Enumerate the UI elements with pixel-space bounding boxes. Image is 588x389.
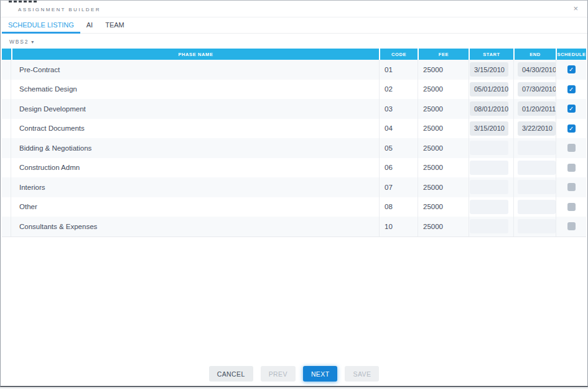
end-date-input[interactable]: [518, 141, 556, 155]
table-header: PHASE NAMECODEFEESTARTENDSCHEDULE: [2, 49, 586, 60]
table-row: Other0825000: [2, 197, 586, 217]
start-date-input[interactable]: 05/01/2010: [470, 82, 508, 96]
end-cell: 3/22/2010: [513, 119, 556, 139]
schedule-checkbox[interactable]: [567, 222, 576, 230]
start-date-input[interactable]: 3/15/2010: [470, 121, 508, 136]
start-date-input[interactable]: [470, 141, 508, 155]
schedule-cell: ✓: [556, 60, 586, 80]
start-date-input[interactable]: 08/01/2010: [470, 101, 508, 116]
next-button[interactable]: NEXT: [303, 366, 338, 382]
save-button: SAVE: [345, 366, 379, 382]
end-cell: 01/20/2011: [513, 99, 556, 119]
end-cell: [513, 138, 556, 158]
schedule-cell: ✓: [556, 119, 586, 139]
row-spacer-cell: [2, 80, 11, 100]
end-date-input[interactable]: [518, 161, 556, 175]
phase-name-cell: Construction Admn: [11, 158, 379, 178]
code-cell: 10: [379, 217, 418, 237]
assignment-builder-dialog: ASSIGNMENT BUILDER × SCHEDULE LISTINGAIT…: [0, 0, 588, 387]
schedule-cell: [556, 138, 586, 158]
column-header-code: CODE: [379, 49, 418, 60]
schedule-cell: [556, 197, 586, 217]
code-cell: 08: [379, 197, 418, 217]
end-date-input[interactable]: 04/30/2010: [518, 62, 556, 77]
schedule-checkbox[interactable]: ✓: [567, 85, 576, 93]
end-date-input[interactable]: 07/30/2010: [518, 82, 556, 96]
start-cell: 08/01/2010: [469, 99, 513, 119]
row-spacer-cell: [2, 177, 11, 197]
start-cell: 3/15/2010: [469, 119, 513, 139]
end-cell: [513, 177, 556, 197]
row-spacer-cell: [2, 197, 11, 217]
footer-button-bar: CANCELPREVNEXTSAVE: [1, 366, 587, 382]
end-date-input[interactable]: [518, 200, 556, 214]
end-cell: 04/30/2010: [513, 60, 556, 80]
phase-name-cell: Consultants & Expenses: [11, 217, 379, 237]
table-row: Contract Documents04250003/15/20103/22/2…: [2, 119, 586, 139]
row-spacer-cell: [2, 158, 11, 178]
fee-cell: 25000: [418, 158, 469, 178]
schedule-checkbox[interactable]: ✓: [567, 124, 576, 133]
start-date-input[interactable]: [470, 180, 508, 194]
column-header-schedule: SCHEDULE: [556, 49, 586, 60]
end-date-input[interactable]: [518, 219, 556, 233]
table-row: Schematic Design022500005/01/201007/30/2…: [2, 80, 586, 100]
tab-ai[interactable]: AI: [80, 17, 99, 34]
header-spacer-cell: [2, 49, 11, 60]
fee-cell: 25000: [418, 99, 469, 119]
start-date-input[interactable]: [470, 219, 508, 233]
cancel-button[interactable]: CANCEL: [209, 366, 253, 382]
wbs2-dropdown-label: WBS2: [9, 39, 29, 45]
schedule-cell: [556, 217, 586, 237]
schedule-cell: [556, 177, 586, 197]
close-icon[interactable]: ×: [573, 4, 578, 13]
code-cell: 03: [379, 99, 418, 119]
schedule-checkbox[interactable]: ✓: [567, 105, 576, 113]
start-cell: [469, 177, 513, 197]
start-cell: 3/15/2010: [469, 60, 513, 80]
row-spacer-cell: [2, 60, 11, 80]
code-cell: 05: [379, 138, 418, 158]
row-spacer-cell: [2, 217, 11, 237]
end-date-input[interactable]: 3/22/2010: [518, 121, 556, 136]
phase-name-cell: Contract Documents: [11, 119, 379, 139]
code-cell: 04: [379, 119, 418, 139]
start-cell: [469, 217, 513, 237]
row-spacer-cell: [2, 99, 11, 119]
end-cell: 07/30/2010: [513, 80, 556, 100]
start-date-input[interactable]: 3/15/2010: [470, 62, 508, 77]
code-cell: 07: [379, 177, 418, 197]
fee-cell: 25000: [418, 217, 469, 237]
schedule-checkbox[interactable]: [567, 144, 576, 152]
schedule-cell: [556, 158, 586, 178]
start-cell: [469, 158, 513, 178]
start-date-input[interactable]: [470, 161, 508, 175]
tab-schedule-listing[interactable]: SCHEDULE LISTING: [2, 17, 80, 34]
schedule-checkbox[interactable]: [567, 164, 576, 172]
tab-team[interactable]: TEAM: [99, 17, 131, 34]
code-cell: 02: [379, 80, 418, 100]
dialog-titlebar: ASSIGNMENT BUILDER ×: [1, 1, 587, 17]
end-date-input[interactable]: 01/20/2011: [518, 101, 556, 116]
fee-cell: 25000: [418, 60, 469, 80]
code-cell: 01: [379, 60, 418, 80]
end-date-input[interactable]: [518, 180, 556, 194]
start-date-input[interactable]: [470, 200, 508, 214]
column-header-start: START: [469, 49, 513, 60]
row-spacer-cell: [2, 119, 11, 139]
schedule-checkbox[interactable]: [567, 183, 576, 191]
column-header-fee: FEE: [418, 49, 469, 60]
schedule-cell: ✓: [556, 80, 586, 100]
tab-bar: SCHEDULE LISTINGAITEAM: [2, 17, 587, 34]
schedule-checkbox[interactable]: [567, 203, 576, 211]
start-cell: [469, 197, 513, 217]
table-row: Consultants & Expenses1025000: [2, 217, 586, 237]
fee-cell: 25000: [418, 197, 469, 217]
schedule-checkbox[interactable]: ✓: [567, 65, 576, 73]
table-row: Interiors0725000: [2, 177, 586, 197]
code-cell: 06: [379, 158, 418, 178]
wbs2-dropdown[interactable]: WBS2▾: [9, 39, 34, 45]
fee-cell: 25000: [418, 80, 469, 100]
prev-button: PREV: [261, 366, 296, 382]
start-cell: 05/01/2010: [469, 80, 513, 100]
